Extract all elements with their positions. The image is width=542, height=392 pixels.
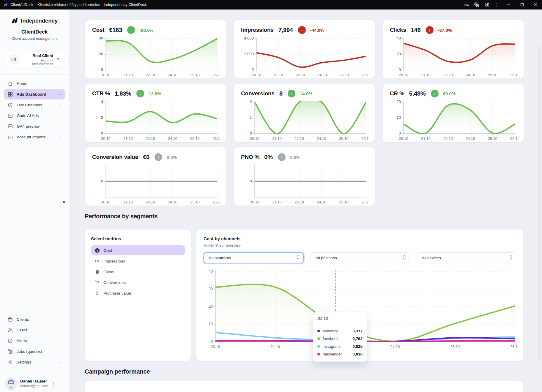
sidebar-item-home[interactable]: Home [4, 78, 65, 89]
avatar [5, 377, 17, 390]
svg-text:30: 30 [209, 287, 213, 291]
cost-sparkline-chart[interactable]: 0204020.1021.1022.1024.1025.1026.10 [92, 36, 220, 79]
card-title: Cost [92, 27, 104, 33]
impressions-sparkline-chart[interactable]: 02,0004,00020.1021.1022.1024.1025.1026.1… [241, 36, 368, 79]
platforms-select[interactable]: All platforms [204, 252, 304, 263]
positions-select[interactable]: All positions [311, 252, 410, 263]
pno-sparkline-chart[interactable]: 020.1021.1022.1024.1025.1026.10 [241, 163, 368, 206]
sidebar: Independency ClientDeck Client account m… [0, 10, 69, 392]
eye-icon [94, 258, 100, 264]
sidebar-item-clients[interactable]: Clients [4, 314, 65, 325]
browser-menu-icon[interactable]: ⋮ [492, 0, 502, 10]
svg-text:0: 0 [211, 339, 213, 344]
svg-text:24.10: 24.10 [390, 345, 400, 349]
briefcase-icon [7, 316, 13, 322]
series-dot-facebook [317, 337, 320, 340]
series-dot-audience [317, 330, 320, 332]
dollar-icon: $ [94, 290, 100, 296]
trend-arrow-badge: ↓ [298, 26, 306, 34]
svg-text:20.10: 20.10 [101, 73, 110, 77]
cr-sparkline-chart[interactable]: 0102020.1021.1022.1024.1025.1026.10 [390, 99, 517, 143]
svg-text:0: 0 [399, 131, 401, 135]
trend-arrow-badge: ↓ [127, 26, 135, 34]
svg-text:25.10: 25.10 [339, 137, 348, 141]
tooltip-row-facebook: facebook 9,762 [317, 335, 363, 342]
metric-card-cost: Cost €163 ↓ -28.0% 0204020.1021.1022.102… [85, 20, 226, 79]
card-value: 7,994 [278, 27, 293, 34]
card-title: Conversion value [92, 154, 138, 160]
metric-item-conversions[interactable]: Conversions [91, 277, 185, 287]
independency-logo-icon [11, 17, 18, 24]
svg-text:0: 0 [101, 131, 103, 135]
window-titlebar: ClientAdDesk – Klientské reklamní účty p… [0, 0, 542, 10]
minimize-button[interactable] [502, 0, 515, 10]
maximize-button[interactable] [515, 0, 529, 10]
chevron-right-icon: › [59, 135, 62, 139]
sidebar-item-gads-ai-ads[interactable]: Gads AI Ads [4, 110, 65, 121]
svg-text:0: 0 [252, 67, 254, 72]
client-name: Real Client [22, 53, 53, 58]
metric-item-impressions[interactable]: Impressions [91, 256, 185, 266]
svg-text:24.10: 24.10 [317, 200, 326, 204]
metric-cards: Cost €163 ↓ -28.0% 0204020.1021.1022.102… [85, 20, 542, 206]
delta-percent: 80.0% [443, 91, 456, 96]
devices-select[interactable]: All devices [417, 252, 516, 263]
segments-section: Select metrics $ Cost Impressions Clicks… [85, 229, 542, 361]
sidebar-item-account-imports[interactable]: Account Imports › [4, 132, 65, 142]
metric-item-purchase-value[interactable]: $ Purchase value [91, 288, 185, 298]
password-key-icon[interactable] [461, 0, 472, 10]
divider [0, 46, 69, 46]
svg-text:25.10: 25.10 [190, 200, 199, 204]
sidebar-item-users[interactable]: Users [4, 325, 65, 335]
sidebar-item-live-channels[interactable]: Live Channels › [4, 99, 65, 110]
delta-percent: -44.0% [310, 28, 324, 33]
sidebar-item-ga4-preview[interactable]: GA4 preview [4, 121, 65, 132]
svg-text:25.10: 25.10 [340, 73, 349, 77]
ctr-sparkline-chart[interactable]: 02420.1021.1022.1024.1025.1026.10 [92, 99, 220, 143]
window-title: ClientAdDesk – Klientské reklamní účty p… [10, 3, 147, 7]
select-metrics-panel: Select metrics $ Cost Impressions Clicks… [85, 229, 191, 361]
svg-text:21.10: 21.10 [123, 200, 133, 204]
svg-text:$: $ [96, 249, 98, 252]
svg-text:4,000: 4,000 [244, 36, 254, 40]
svg-text:22.10: 22.10 [296, 73, 305, 77]
extensions-puzzle-icon[interactable] [482, 0, 492, 10]
main-content: Cost €163 ↓ -28.0% 0204020.1021.1022.102… [69, 10, 542, 392]
card-title: Conversions [241, 90, 275, 97]
conversions-sparkline-chart[interactable]: 01220.1021.1022.1024.1025.1026.10 [241, 99, 368, 143]
vertical-scrollbar[interactable] [538, 46, 541, 361]
metric-card-impressions: Impressions 7,994 ↓ -44.0% 02,0004,00020… [234, 20, 375, 79]
svg-text:21.10: 21.10 [271, 345, 280, 349]
trend-arrow-badge: ↑ [288, 90, 295, 97]
svg-text:24.10: 24.10 [466, 73, 475, 77]
card-value: €163 [109, 27, 122, 34]
svg-text:20.10: 20.10 [250, 137, 259, 141]
sidebar-item-alerts[interactable]: Alerts [4, 335, 65, 346]
svg-text:26.10: 26.10 [212, 200, 220, 204]
svg-text:20.10: 20.10 [399, 73, 408, 77]
close-button[interactable] [529, 0, 542, 10]
svg-text:22.10: 22.10 [443, 73, 453, 77]
clicks-sparkline-chart[interactable]: 0204020.1021.1022.1024.1025.1026.10 [390, 36, 517, 79]
user-menu-kebab-icon[interactable]: ⋮ [51, 380, 56, 387]
sidebar-item-settings[interactable]: Settings › [4, 357, 65, 367]
metric-item-cost[interactable]: $ Cost [91, 245, 185, 255]
card-title: CTR % [92, 90, 110, 97]
svg-text:40: 40 [209, 269, 213, 274]
conversion-value-sparkline-chart[interactable]: 020.1021.1022.1024.1025.1026.10 [92, 163, 220, 206]
translate-icon[interactable] [472, 0, 482, 10]
segments-heading: Performance by segments [85, 213, 542, 220]
brand-name: Independency [21, 18, 58, 24]
trend-arrow-badge: ↑ [431, 90, 439, 97]
mouse-icon [94, 269, 100, 274]
chart-frame-icon [7, 123, 13, 129]
sidebar-collapse-button[interactable]: « [60, 198, 68, 206]
client-switcher[interactable]: Real Client Account administration [5, 52, 64, 67]
metric-item-clicks[interactable]: Clicks [91, 267, 185, 277]
svg-text:4: 4 [101, 99, 103, 104]
sidebar-item-ads-dashboard[interactable]: Ads Dashboard › [4, 89, 65, 99]
delta-percent: 14.0% [300, 91, 313, 96]
metric-card-cr: CR % 5.48% ↑ 80.0% 0102020.1021.1022.102… [382, 83, 524, 142]
svg-text:22.10: 22.10 [146, 137, 155, 141]
sidebar-item-jobs-queues[interactable]: Jobs (queues) [4, 346, 65, 357]
